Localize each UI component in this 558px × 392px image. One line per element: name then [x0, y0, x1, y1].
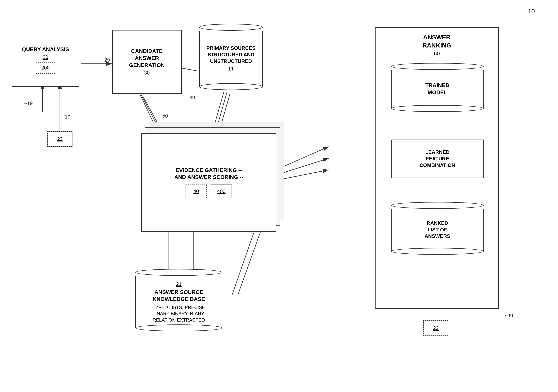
- svg-line-14: [280, 170, 329, 180]
- trained-top: [391, 63, 484, 70]
- answer-source-body: 21 ANSWER SOURCEKNOWLEDGE BASE TYPED LIS…: [135, 276, 222, 328]
- cylinder-top: [199, 24, 263, 31]
- candidate-answer-label: CANDIDATE ANSWER GENERATION: [129, 48, 165, 69]
- trained-bottom: [391, 105, 484, 112]
- cylinder-body: PRIMARY SOURCES STRUCTURED AND UNSTRUCTU…: [199, 31, 263, 87]
- ref-22-top-label: 22: [57, 136, 63, 142]
- primary-sources-cylinder: PRIMARY SOURCES STRUCTURED AND UNSTRUCTU…: [199, 22, 263, 92]
- page-number: 10: [528, 8, 535, 15]
- answer-source-top: [135, 269, 222, 276]
- answer-source-bottom: [135, 325, 222, 331]
- svg-line-12: [280, 147, 329, 168]
- svg-line-13: [280, 158, 329, 174]
- trained-body: TRAINEDMODEL: [391, 70, 484, 108]
- answer-source-label: ANSWER SOURCEKNOWLEDGE BASE: [153, 289, 205, 303]
- ranked-top: [391, 202, 484, 209]
- ref-box-22-top: 22: [47, 131, 72, 147]
- answer-source-number: 21: [176, 281, 182, 287]
- answer-source-sublabel: TYPED LISTS, PRECISEUNARY BINARY, N-ARYR…: [152, 304, 205, 323]
- ref-box-22-bottom: 22: [423, 320, 448, 336]
- ref-19p: ~19': [62, 114, 71, 120]
- ref-22-bottom-label: 22: [433, 325, 439, 331]
- primary-sources-number: 11: [228, 66, 234, 72]
- inner-200: 200: [41, 65, 50, 71]
- inner-box-400: 400: [211, 184, 232, 198]
- trained-model-label: TRAINEDMODEL: [425, 82, 449, 96]
- cylinder-bottom: [199, 83, 263, 90]
- ref-29: 29: [104, 57, 110, 63]
- ranked-body: RANKEDLIST OFANSWERS: [391, 209, 484, 251]
- ref-19: ~19: [24, 100, 33, 106]
- query-analysis-number: 20: [43, 54, 48, 60]
- diagram: 10: [0, 0, 558, 392]
- trained-model-cylinder: TRAINEDMODEL: [391, 62, 484, 113]
- ranked-bottom: [391, 248, 484, 255]
- evidence-gathering-box: EVIDENCE GATHERING -- AND ANSWER SCORING…: [141, 133, 276, 232]
- query-analysis-box: QUERY ANALYSIS 20 200: [12, 33, 79, 87]
- ref-50: 50: [162, 113, 168, 119]
- query-analysis-label: QUERY ANALYSIS: [22, 46, 69, 53]
- query-analysis-inner: 200: [36, 62, 55, 74]
- candidate-answer-number: 30: [144, 70, 150, 76]
- primary-sources-label: PRIMARY SOURCES STRUCTURED AND UNSTRUCTU…: [206, 45, 255, 65]
- evidence-label: EVIDENCE GATHERING -- AND ANSWER SCORING…: [174, 167, 243, 181]
- ref-39: 39: [189, 95, 195, 100]
- ref-99: ~99: [505, 313, 513, 319]
- inner-40-label: 40: [193, 188, 199, 194]
- answer-ranking-number: 60: [375, 50, 498, 57]
- answer-source-cylinder: 21 ANSWER SOURCEKNOWLEDGE BASE TYPED LIS…: [135, 268, 222, 332]
- inner-400-label: 400: [217, 188, 225, 194]
- ranked-list-cylinder: RANKEDLIST OFANSWERS: [391, 201, 484, 255]
- ranked-list-label: RANKEDLIST OFANSWERS: [425, 220, 450, 240]
- answer-ranking-box: ANSWERRANKING 60 TRAINEDMODEL LEARNEDFEA…: [375, 27, 499, 309]
- candidate-answer-box: CANDIDATE ANSWER GENERATION 30: [112, 30, 182, 94]
- learned-feature-box: LEARNEDFEATURECOMBINATION: [391, 140, 484, 178]
- answer-ranking-label: ANSWERRANKING: [375, 33, 498, 50]
- inner-box-40: 40: [185, 184, 207, 198]
- learned-feature-label: LEARNEDFEATURECOMBINATION: [420, 149, 455, 168]
